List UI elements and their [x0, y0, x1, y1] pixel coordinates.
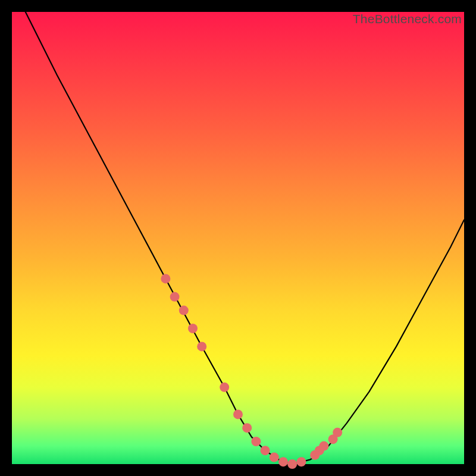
highlight-dot — [220, 383, 229, 392]
bottleneck-curve — [26, 12, 464, 464]
highlight-dot — [296, 457, 306, 466]
highlight-dot — [287, 459, 297, 469]
highlight-dot — [242, 423, 252, 433]
highlight-dot — [170, 292, 180, 302]
highlight-dot — [261, 446, 270, 455]
highlight-dot — [270, 453, 279, 462]
highlight-dot — [197, 342, 206, 351]
highlight-dot — [179, 306, 189, 315]
chart-svg — [12, 12, 464, 464]
highlight-dot — [251, 437, 261, 446]
highlight-dots — [161, 274, 342, 469]
highlight-dot — [188, 324, 198, 333]
highlight-dot — [319, 441, 328, 451]
chart-frame: TheBottleneck.com — [12, 12, 464, 464]
highlight-dot — [333, 428, 342, 437]
highlight-dot — [233, 409, 243, 419]
highlight-dot — [278, 457, 288, 466]
highlight-dot — [161, 274, 170, 283]
